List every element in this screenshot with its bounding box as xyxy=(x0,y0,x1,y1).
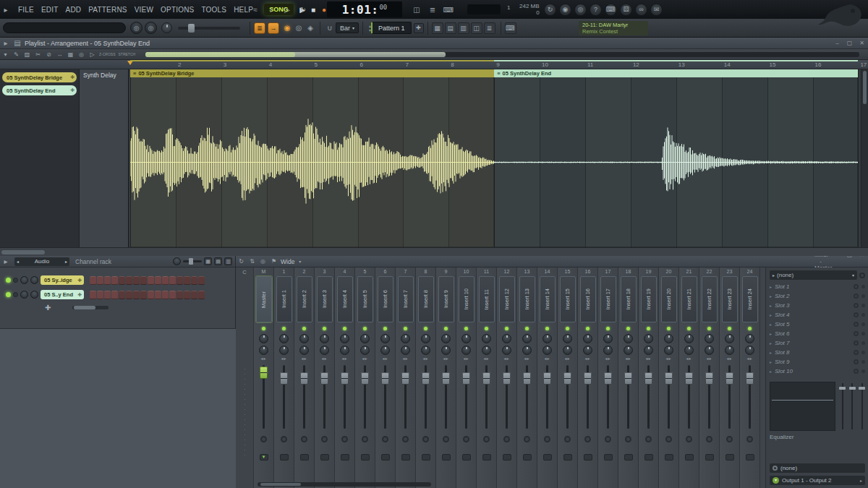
step-cell[interactable] xyxy=(191,291,197,299)
step-cell[interactable] xyxy=(111,276,118,285)
plugin-off-icon[interactable]: ◎ xyxy=(574,4,587,16)
strip-link-ring[interactable] xyxy=(503,436,510,442)
strip-route-button[interactable] xyxy=(665,454,673,461)
mixer-strip[interactable]: 2Insert 2◂▸ xyxy=(294,267,315,488)
strip-stereo-knob[interactable] xyxy=(401,346,410,355)
playlist-tools-menu-icon[interactable]: ▾ xyxy=(0,51,11,58)
stretch-label[interactable]: STRETCH xyxy=(119,53,136,56)
step-cell[interactable] xyxy=(155,291,161,299)
audio-clip[interactable]: ≡05 SynthDelay End xyxy=(494,69,858,247)
fader-handle[interactable] xyxy=(422,372,430,385)
mixer-window-icon[interactable]: ◫ xyxy=(471,22,482,34)
strip-name[interactable]: Insert 18 xyxy=(621,276,637,322)
strip-route-button[interactable] xyxy=(543,454,552,461)
slot-mix-dot[interactable] xyxy=(861,313,865,317)
countdown-icon[interactable]: ▷ xyxy=(281,6,293,14)
strip-pan-knob[interactable] xyxy=(340,334,349,343)
magnet-icon[interactable]: ∪ xyxy=(324,24,336,32)
add-pattern-button[interactable]: ✚ xyxy=(414,23,424,33)
strip-pan-knob[interactable] xyxy=(624,334,633,343)
channel-button[interactable]: 05 S..y End✚ xyxy=(41,290,84,299)
playlist-horizontal-scrollbar[interactable] xyxy=(145,52,859,57)
strip-route-button[interactable] xyxy=(341,454,349,461)
step-cell[interactable] xyxy=(111,291,118,299)
strip-pan-knob[interactable] xyxy=(502,334,511,343)
step-cell[interactable] xyxy=(97,291,103,299)
playlist-window-icon[interactable]: ▦ xyxy=(432,22,443,34)
strip-volume-fader[interactable] xyxy=(537,364,557,430)
mixer-view-dropdown-icon[interactable]: ▾ xyxy=(294,259,305,264)
strip-stereo-knob[interactable] xyxy=(482,346,491,355)
mixer-strip[interactable]: 20Insert 20◂▸ xyxy=(659,267,679,488)
strip-link-ring[interactable] xyxy=(281,436,287,442)
strip-led[interactable] xyxy=(343,327,346,330)
strip-stereo-knob[interactable] xyxy=(360,346,370,355)
channel-volume-knob[interactable] xyxy=(30,291,38,299)
step-cell[interactable] xyxy=(176,276,183,285)
strip-route-button[interactable] xyxy=(604,454,613,461)
equalizer-display[interactable] xyxy=(770,382,835,431)
strip-name[interactable]: Insert 6 xyxy=(378,276,393,322)
strip-stereo-knob[interactable] xyxy=(441,346,451,355)
mixer-strip-master[interactable]: MMaster◂▸▼ xyxy=(254,267,274,488)
step-edit-icon[interactable]: ⌨ xyxy=(443,6,454,14)
strip-name[interactable]: Insert 12 xyxy=(499,276,515,322)
step-cell[interactable] xyxy=(97,276,103,285)
strip-name[interactable]: Insert 8 xyxy=(418,276,434,322)
strip-link-ring[interactable] xyxy=(301,436,307,442)
strip-pan-knob[interactable] xyxy=(279,334,289,343)
rack-menu-arrow-icon[interactable]: ▸ xyxy=(0,257,12,265)
stop-button[interactable]: ■ xyxy=(308,6,319,14)
mixer-strip[interactable]: 16Insert 16◂▸ xyxy=(578,267,598,488)
mixer-strip[interactable]: 17Insert 17◂▸ xyxy=(598,267,618,488)
slot-mix-dot[interactable] xyxy=(861,285,865,288)
strip-stereo-knob[interactable] xyxy=(583,346,592,355)
strip-led[interactable] xyxy=(282,327,286,330)
mixer-strip[interactable]: 10Insert 10◂▸ xyxy=(456,267,477,488)
playlist-maximize-button[interactable]: ▢ xyxy=(843,40,856,46)
strip-link-ring[interactable] xyxy=(746,436,753,442)
strip-pan-knob[interactable] xyxy=(421,334,430,343)
strip-led[interactable] xyxy=(606,327,610,330)
strip-link-ring[interactable] xyxy=(625,436,631,442)
step-cell[interactable] xyxy=(104,291,111,299)
strip-pan-knob[interactable] xyxy=(542,334,552,343)
main-pitch-icon[interactable]: ◎ xyxy=(145,22,157,34)
strip-route-button[interactable] xyxy=(361,454,370,461)
fader-handle[interactable] xyxy=(361,372,369,385)
strip-route-button[interactable] xyxy=(442,454,451,461)
strip-route-button[interactable] xyxy=(401,454,410,461)
mixer-strip[interactable]: 8Insert 8◂▸ xyxy=(416,267,436,488)
strip-name[interactable]: Insert 21 xyxy=(681,276,697,322)
strip-stereo-knob[interactable] xyxy=(603,346,613,355)
loop-record-icon[interactable]: ↻ xyxy=(297,6,309,14)
fader-handle[interactable] xyxy=(685,372,693,385)
mixer-strip[interactable]: 22Insert 22◂▸ xyxy=(699,267,720,488)
fader-handle[interactable] xyxy=(442,372,450,385)
typing-keyboard-icon[interactable]: ⌨ xyxy=(605,4,617,16)
strip-led[interactable] xyxy=(586,327,590,330)
strip-route-button[interactable] xyxy=(381,454,390,461)
strip-volume-fader[interactable] xyxy=(598,364,618,430)
strip-stereo-knob[interactable] xyxy=(502,346,511,355)
strip-name[interactable]: Insert 16 xyxy=(580,276,596,322)
fader-handle[interactable] xyxy=(644,372,652,385)
strip-pan-knob[interactable] xyxy=(401,334,410,343)
mixer-strip[interactable]: 1Insert 1◂▸ xyxy=(274,267,294,488)
eq-band2-handle[interactable] xyxy=(849,387,856,390)
mixer-strip[interactable]: 12Insert 12◂▸ xyxy=(497,267,517,488)
strip-led[interactable] xyxy=(404,327,407,330)
slot-row[interactable]: ▸Slot 8 xyxy=(770,348,865,357)
strip-stereo-knob[interactable] xyxy=(542,346,552,355)
mixer-plugin-icon[interactable]: ◎ xyxy=(258,258,268,265)
strip-volume-fader[interactable] xyxy=(436,364,456,430)
output-selector[interactable]: ▾ Output 1 - Output 2 ▸ xyxy=(770,476,865,485)
delete-tool-icon[interactable]: ✂ xyxy=(33,51,43,58)
step-cell[interactable] xyxy=(176,291,183,299)
strip-stereo-knob[interactable] xyxy=(340,346,349,355)
strip-link-ring[interactable] xyxy=(645,436,652,442)
strip-link-ring[interactable] xyxy=(584,436,591,442)
slot-mix-dot[interactable] xyxy=(861,304,865,307)
mixer-strip[interactable]: 19Insert 19◂▸ xyxy=(639,267,659,488)
strip-led[interactable] xyxy=(464,327,468,330)
